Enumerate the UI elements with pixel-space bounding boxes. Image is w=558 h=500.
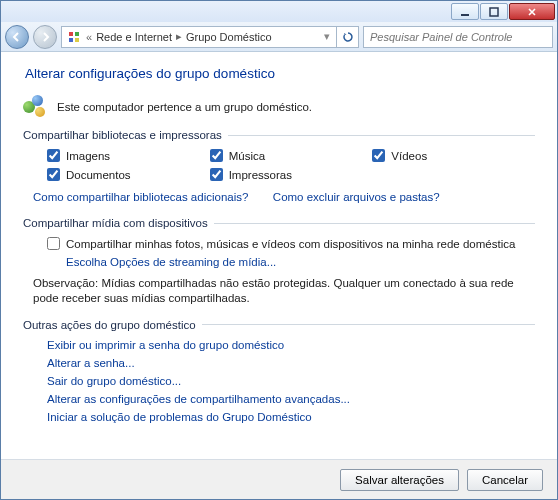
content: Alterar configurações do grupo doméstico… (1, 52, 557, 459)
checkbox-input[interactable] (47, 149, 60, 162)
section-header-libraries: Compartilhar bibliotecas e impressoras (23, 129, 535, 141)
search-wrap (363, 26, 553, 48)
checkbox-label: Compartilhar minhas fotos, músicas e víd… (66, 237, 515, 252)
checkbox-share-media[interactable] (47, 237, 60, 250)
minimize-button[interactable] (451, 3, 479, 20)
section-header-label: Compartilhar mídia com dispositivos (23, 217, 208, 229)
forward-button[interactable] (33, 25, 57, 49)
svg-rect-4 (69, 38, 73, 42)
cancel-button[interactable]: Cancelar (467, 469, 543, 491)
checkbox-input[interactable] (210, 168, 223, 181)
belongs-text: Este computador pertence a um grupo domé… (57, 101, 312, 113)
link-show-password[interactable]: Exibir ou imprimir a senha do grupo domé… (47, 339, 535, 351)
library-links: Como compartilhar bibliotecas adicionais… (23, 183, 535, 211)
checkbox-label: Vídeos (391, 150, 427, 162)
section-header-other: Outras ações do grupo doméstico (23, 319, 535, 331)
link-change-password[interactable]: Alterar a senha... (47, 357, 535, 369)
link-stream-options[interactable]: Escolha Opções de streaming de mídia... (66, 256, 276, 268)
maximize-button[interactable] (480, 3, 508, 20)
checkbox-input[interactable] (372, 149, 385, 162)
checkbox-documentos[interactable]: Documentos (47, 168, 210, 181)
link-leave-homegroup[interactable]: Sair do grupo doméstico... (47, 375, 535, 387)
checkbox-input[interactable] (47, 168, 60, 181)
save-button[interactable]: Salvar alterações (340, 469, 459, 491)
svg-rect-2 (69, 32, 73, 36)
chevron-left-icon: « (84, 31, 94, 43)
window: « Rede e Internet ▸ Grupo Doméstico ▾ Al… (0, 0, 558, 500)
checkbox-videos[interactable]: Vídeos (372, 149, 535, 162)
svg-rect-5 (75, 38, 79, 42)
checkbox-impressoras[interactable]: Impressoras (210, 168, 373, 181)
library-check-grid: Imagens Música Vídeos Documentos Impress… (23, 147, 535, 183)
link-share-more-libraries[interactable]: Como compartilhar bibliotecas adicionais… (33, 191, 248, 203)
checkbox-imagens[interactable]: Imagens (47, 149, 210, 162)
navbar: « Rede e Internet ▸ Grupo Doméstico ▾ (1, 22, 557, 52)
breadcrumb-item[interactable]: Grupo Doméstico (186, 31, 272, 43)
link-advanced-settings[interactable]: Alterar as configurações de compartilham… (47, 393, 535, 405)
checkbox-musica[interactable]: Música (210, 149, 373, 162)
share-media-block: Compartilhar minhas fotos, músicas e víd… (23, 235, 535, 270)
breadcrumb-item[interactable]: Rede e Internet (96, 31, 172, 43)
section-header-label: Compartilhar bibliotecas e impressoras (23, 129, 222, 141)
belongs-row: Este computador pertence a um grupo domé… (23, 95, 535, 119)
checkbox-label: Imagens (66, 150, 110, 162)
section-header-devices: Compartilhar mídia com dispositivos (23, 217, 535, 229)
footer: Salvar alterações Cancelar (1, 459, 557, 499)
homegroup-icon (23, 95, 47, 119)
refresh-button[interactable] (337, 26, 359, 48)
svg-rect-3 (75, 32, 79, 36)
back-button[interactable] (5, 25, 29, 49)
other-actions-list: Exibir ou imprimir a senha do grupo domé… (23, 337, 535, 423)
link-troubleshoot[interactable]: Iniciar a solução de problemas do Grupo … (47, 411, 535, 423)
checkbox-label: Música (229, 150, 265, 162)
checkbox-input[interactable] (210, 149, 223, 162)
svg-rect-0 (461, 14, 469, 16)
breadcrumb[interactable]: « Rede e Internet ▸ Grupo Doméstico ▾ (61, 26, 337, 48)
note-text: Observação: Mídias compartilhadas não es… (23, 270, 535, 313)
close-button[interactable] (509, 3, 555, 20)
link-exclude-files[interactable]: Como excluir arquivos e pastas? (273, 191, 440, 203)
titlebar (1, 1, 557, 22)
chevron-right-icon: ▸ (174, 30, 184, 43)
chevron-down-icon[interactable]: ▾ (322, 30, 332, 43)
page-title: Alterar configurações do grupo doméstico (23, 62, 535, 95)
search-input[interactable] (370, 31, 546, 43)
section-header-label: Outras ações do grupo doméstico (23, 319, 196, 331)
checkbox-label: Impressoras (229, 169, 292, 181)
home-icon (66, 29, 82, 45)
svg-rect-1 (490, 8, 498, 16)
checkbox-label: Documentos (66, 169, 131, 181)
